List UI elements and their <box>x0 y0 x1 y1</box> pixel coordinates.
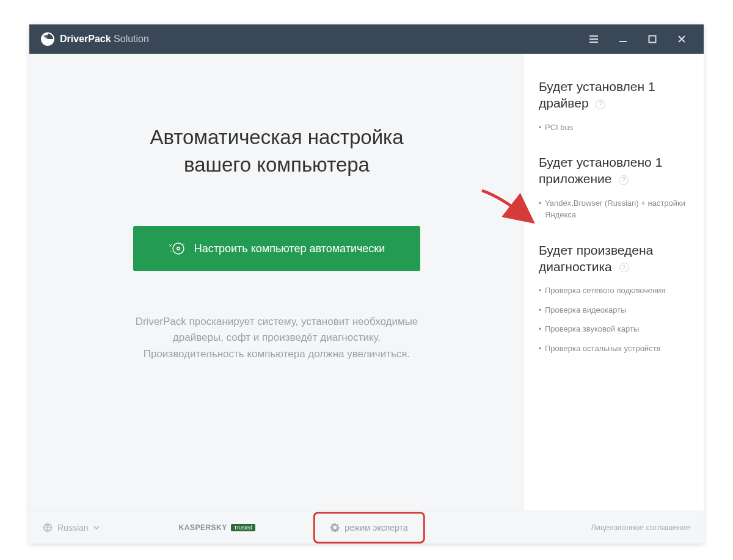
configure-automatically-button[interactable]: Настроить компьютер автоматически <box>133 226 420 271</box>
description-text: DriverPack просканирует систему, установ… <box>136 314 418 362</box>
help-icon[interactable]: ? <box>596 100 605 109</box>
list-item: Yandex.Browser (Russian) + настройки Янд… <box>539 197 690 221</box>
sidebar-title: Будет установлен 1 драйвер ? <box>539 78 690 112</box>
expert-mode-label: режим эксперта <box>345 523 407 533</box>
window-controls <box>579 24 696 54</box>
disc-sparkle-icon <box>169 241 184 256</box>
svg-point-3 <box>177 247 180 250</box>
list-item: Проверка остальных устройств <box>539 343 690 355</box>
close-icon <box>677 35 686 43</box>
language-label: Russian <box>57 523 89 533</box>
hamburger-icon <box>588 34 599 45</box>
footer: Russian KASPERSKY Trusted режим эксперта… <box>29 511 704 544</box>
app-logo: DriverPack Solution <box>40 32 149 46</box>
driverpack-logo-icon <box>40 32 55 46</box>
close-button[interactable] <box>667 24 696 54</box>
app-title: DriverPack Solution <box>60 34 149 45</box>
gear-icon <box>330 523 340 532</box>
svg-rect-1 <box>649 36 656 43</box>
svg-point-4 <box>170 251 172 252</box>
headline: Автоматическая настройка вашего компьюте… <box>150 124 403 178</box>
language-selector[interactable]: Russian <box>43 523 100 533</box>
list-item: Проверка звуковой карты <box>539 323 690 335</box>
minimize-icon <box>619 35 627 43</box>
minimize-button[interactable] <box>608 24 638 54</box>
maximize-icon <box>648 35 657 43</box>
sidebar-title: Будет установлено 1 приложение ? <box>539 154 690 187</box>
list-item: Проверка видеокарты <box>539 304 690 316</box>
maximize-button[interactable] <box>638 24 667 54</box>
expert-mode-button[interactable]: режим эксперта <box>319 517 418 539</box>
license-link[interactable]: Лицензионное соглашение <box>591 523 690 532</box>
globe-icon <box>43 523 53 533</box>
list-item: PCI bus <box>539 122 690 134</box>
app-window: DriverPack Solution <box>29 24 704 544</box>
kaspersky-badge: KASPERSKY Trusted <box>179 523 255 532</box>
sidebar-section-apps: Будет установлено 1 приложение ? Yandex.… <box>539 154 690 221</box>
help-icon[interactable]: ? <box>619 263 629 272</box>
content-area: Автоматическая настройка вашего компьюте… <box>29 54 704 511</box>
titlebar: DriverPack Solution <box>29 24 704 54</box>
menu-button[interactable] <box>579 24 608 54</box>
svg-point-5 <box>183 244 184 245</box>
chevron-down-icon <box>93 525 100 531</box>
sidebar: Будет установлен 1 драйвер ? PCI bus Буд… <box>524 54 704 511</box>
sidebar-section-drivers: Будет установлен 1 драйвер ? PCI bus <box>539 78 690 133</box>
list-item: Проверка сетевого подключения <box>539 285 690 297</box>
sidebar-title: Будет произведена диагностика ? <box>539 242 690 275</box>
cta-label: Настроить компьютер автоматически <box>194 242 385 255</box>
svg-point-2 <box>173 243 184 254</box>
help-icon[interactable]: ? <box>619 175 629 185</box>
main-panel: Автоматическая настройка вашего компьюте… <box>29 54 524 511</box>
sidebar-section-diagnostics: Будет произведена диагностика ? Проверка… <box>539 242 690 355</box>
